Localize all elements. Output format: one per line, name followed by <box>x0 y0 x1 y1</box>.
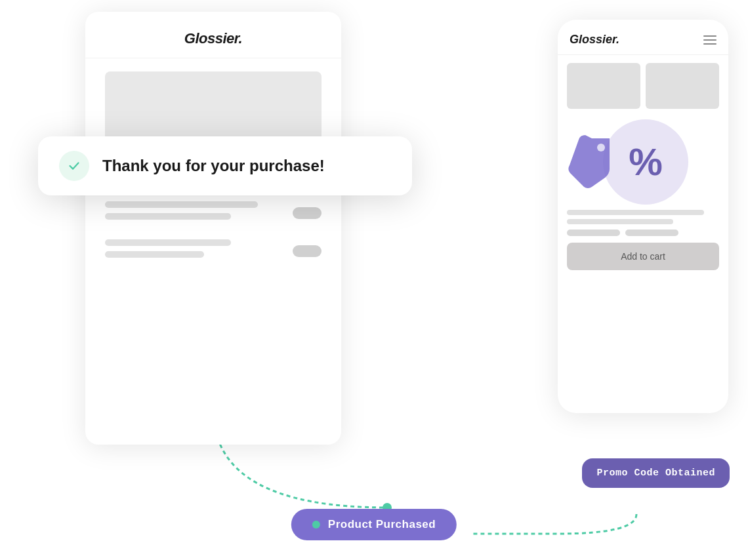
check-circle <box>59 151 89 181</box>
left-card-header: Glossier. <box>85 12 341 58</box>
text-line <box>105 239 231 246</box>
tag-icon <box>567 133 616 191</box>
text-line <box>105 251 204 258</box>
text-line <box>105 213 231 220</box>
add-to-cart-button[interactable]: Add to cart <box>567 243 719 270</box>
product-image-1 <box>567 63 640 109</box>
left-email-card: Glossier. <box>85 12 341 445</box>
promo-code-badge: Promo Code Obtained <box>582 458 730 488</box>
pill-badge <box>293 207 322 219</box>
price-row <box>567 230 719 236</box>
product-grid <box>558 55 728 117</box>
svg-point-0 <box>597 144 605 151</box>
scene: Glossier. <box>0 0 748 560</box>
hamburger-line <box>703 39 717 41</box>
product-details <box>558 210 728 224</box>
promo-code-label: Promo Code Obtained <box>596 468 715 479</box>
price-tag-svg <box>567 133 616 189</box>
glossier-logo-left: Glossier. <box>105 30 322 47</box>
product-image-2 <box>646 63 719 109</box>
right-phone: Glossier. % <box>558 20 728 413</box>
hamburger-line <box>703 43 717 45</box>
glossier-logo-right: Glossier. <box>570 33 619 47</box>
row-lines-2 <box>105 201 285 225</box>
detail-line <box>567 219 673 224</box>
pill-badge <box>293 245 322 257</box>
notification-text: Thank you for your purchase! <box>102 157 325 175</box>
price-pill-2 <box>625 230 678 236</box>
row-lines-3 <box>105 239 285 263</box>
promo-area: % <box>567 119 719 205</box>
card-row-3 <box>105 239 322 263</box>
detail-line <box>567 210 704 215</box>
product-purchased-badge: Product Purchased <box>291 509 457 540</box>
hamburger-icon[interactable] <box>703 35 717 45</box>
right-phone-header: Glossier. <box>558 20 728 55</box>
card-row-2 <box>105 201 322 225</box>
notification-popup: Thank you for your purchase! <box>38 136 412 195</box>
product-purchased-label: Product Purchased <box>328 518 436 531</box>
checkmark-icon <box>67 159 81 173</box>
text-line <box>105 201 258 208</box>
hamburger-line <box>703 35 717 37</box>
percent-symbol: % <box>629 143 663 181</box>
price-pill <box>567 230 620 236</box>
product-purchased-dot <box>312 521 320 529</box>
